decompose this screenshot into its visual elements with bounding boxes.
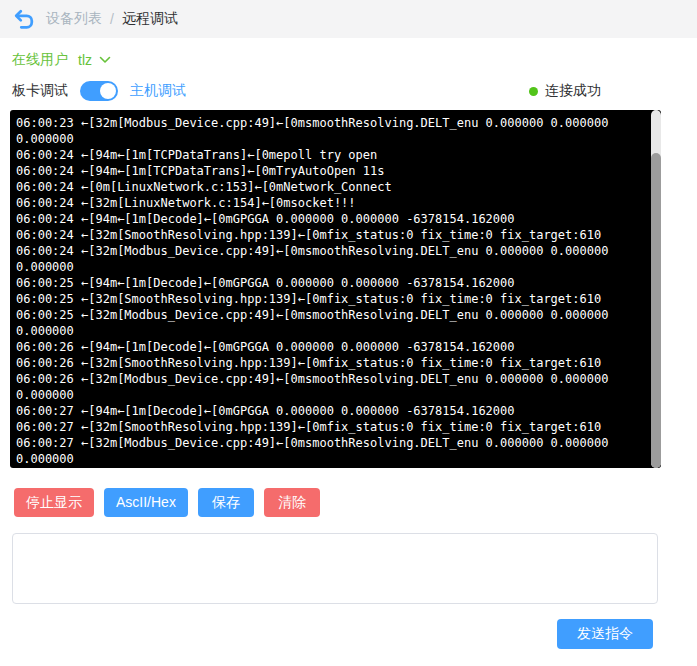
log-line: 0.000000 xyxy=(16,323,645,339)
log-line: 06:00:24 ←[32m[LinuxNetwork.c:154]←[0mso… xyxy=(16,195,645,211)
log-line: 06:00:26 ←[32m[Modbus_Device.cpp:49]←[0m… xyxy=(16,371,645,387)
main-content: 在线用户 tlz 板卡调试 主机调试 连接成功 06:00:23 ←[32m[M… xyxy=(0,52,697,649)
connection-status-text: 连接成功 xyxy=(545,82,601,100)
save-button[interactable]: 保存 xyxy=(198,488,254,517)
toolbar: 停止显示 AscII/Hex 保存 清除 xyxy=(14,488,685,517)
stop-display-button[interactable]: 停止显示 xyxy=(14,488,94,517)
chevron-down-icon xyxy=(99,56,111,64)
log-line: 06:00:25 ←[32m[Modbus_Device.cpp:49]←[0m… xyxy=(16,307,645,323)
back-icon xyxy=(13,8,35,30)
ascii-hex-button[interactable]: AscII/Hex xyxy=(104,488,188,517)
log-line: 06:00:25 ←[94m←[1m[Decode]←[0mGPGGA 0.00… xyxy=(16,275,645,291)
send-row: 发送指令 xyxy=(12,619,685,649)
online-users-label: 在线用户 xyxy=(12,51,68,69)
clear-button[interactable]: 清除 xyxy=(264,488,320,517)
toggle-knob xyxy=(100,83,116,99)
log-line: 0.000000 xyxy=(16,387,645,403)
log-line: 0.000000 xyxy=(16,131,645,147)
log-line: 06:00:24 ←[94m←[1m[TCPDataTrans]←[0mTryA… xyxy=(16,163,645,179)
log-line: 06:00:24 ←[32m[SmoothResolving.hpp:139]←… xyxy=(16,227,645,243)
log-line: 06:00:26 ←[94m←[1m[Decode]←[0mGPGGA 0.00… xyxy=(16,339,645,355)
status-dot-icon xyxy=(529,87,538,96)
log-line: 06:00:24 ←[94m←[1m[Decode]←[0mGPGGA 0.00… xyxy=(16,211,645,227)
log-line: 06:00:24 ←[0m[LinuxNetwork.c:153]←[0mNet… xyxy=(16,179,645,195)
scrollbar-thumb[interactable] xyxy=(651,153,661,468)
log-line: 06:00:26 ←[32m[SmoothResolving.hpp:139]←… xyxy=(16,355,645,371)
host-debug-label[interactable]: 主机调试 xyxy=(130,82,186,100)
log-line: 06:00:27 ←[32m[SmoothResolving.hpp:139]←… xyxy=(16,419,645,435)
command-input[interactable] xyxy=(12,533,658,604)
log-line: 06:00:25 ←[32m[SmoothResolving.hpp:139]←… xyxy=(16,291,645,307)
online-users-row: 在线用户 tlz xyxy=(12,52,685,68)
online-users-dropdown[interactable]: tlz xyxy=(78,52,111,68)
debug-mode-toggle[interactable] xyxy=(80,81,118,101)
breadcrumb-separator: / xyxy=(110,11,114,27)
log-line: 0.000000 xyxy=(16,451,645,467)
log-line: 06:00:27 ←[32m[Modbus_Device.cpp:49]←[0m… xyxy=(16,435,645,451)
log-line: 0.000000 xyxy=(16,259,645,275)
log-line: 06:00:27 ←[94m←[1m[Decode]←[0mGPGGA 0.00… xyxy=(16,403,645,419)
terminal-log: 06:00:23 ←[32m[Modbus_Device.cpp:49]←[0m… xyxy=(16,115,645,467)
connection-status: 连接成功 xyxy=(529,82,601,100)
breadcrumb-parent[interactable]: 设备列表 xyxy=(46,10,102,28)
back-button[interactable] xyxy=(12,7,36,31)
log-line: 06:00:24 ←[32m[Modbus_Device.cpp:49]←[0m… xyxy=(16,243,645,259)
send-command-button[interactable]: 发送指令 xyxy=(557,619,653,649)
debug-mode-row: 板卡调试 主机调试 连接成功 xyxy=(12,81,685,101)
board-debug-label: 板卡调试 xyxy=(12,82,68,100)
breadcrumb-current: 远程调试 xyxy=(122,10,178,28)
header: 设备列表 / 远程调试 xyxy=(0,0,697,38)
terminal-output[interactable]: 06:00:23 ←[32m[Modbus_Device.cpp:49]←[0m… xyxy=(10,110,661,468)
online-user-name: tlz xyxy=(78,52,92,68)
log-line: 06:00:23 ←[32m[Modbus_Device.cpp:49]←[0m… xyxy=(16,115,645,131)
log-line: 06:00:24 ←[94m←[1m[TCPDataTrans]←[0mepol… xyxy=(16,147,645,163)
